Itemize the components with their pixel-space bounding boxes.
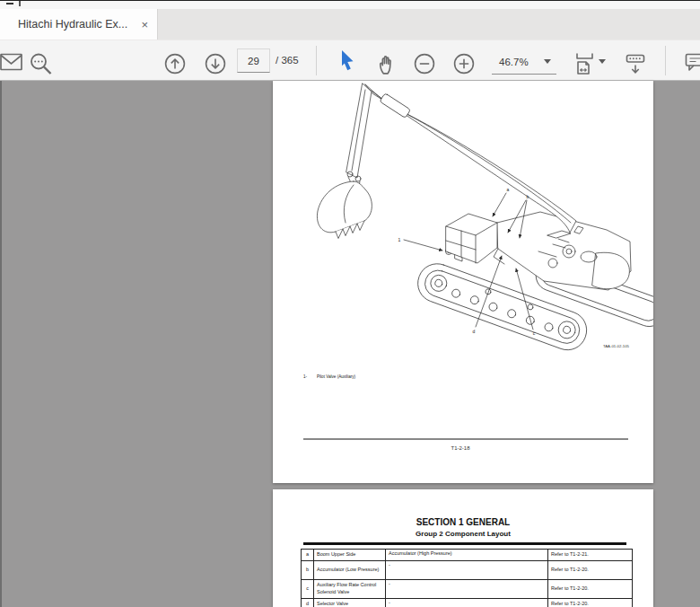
pdf-page-29: 1 a b c d TAA-01-02-105 1- Pilot Valve (…: [273, 81, 653, 483]
search-button[interactable]: [29, 52, 53, 76]
callout-a: a: [507, 187, 510, 192]
section-title: SECTION 1 GENERAL: [273, 517, 653, 527]
hand-tool-button[interactable]: [375, 52, 398, 75]
window-chrome-artifact: [19, 1, 21, 6]
excavator-component-figure: 1 a b c d TAA-01-02-105 1- Pilot Valve (…: [273, 81, 653, 483]
component-name: Boom Upper Side: [314, 550, 386, 561]
callout-b: b: [527, 194, 529, 199]
row-letter: c: [302, 580, 314, 599]
previous-page-button[interactable]: [164, 53, 186, 75]
main-toolbar: / 365 46.7%: [0, 40, 700, 81]
component-desc: Accumulator (High Pressure): [386, 550, 548, 561]
chevron-down-icon[interactable]: [599, 59, 606, 64]
zoom-level-dropdown[interactable]: 46.7%: [492, 49, 556, 75]
component-refer: Refer to T1-2-20.: [548, 599, 633, 607]
document-tab-bar: Hitachi Hydraulic Ex... ×: [0, 9, 700, 40]
group-title: Group 2 Component Layout: [273, 530, 653, 538]
page-down-icon: [205, 53, 226, 75]
email-button[interactable]: [0, 53, 23, 71]
component-refer: Refer to T1-2-20.: [548, 561, 633, 580]
document-scroll-area[interactable]: 1 a b c d TAA-01-02-105 1- Pilot Valve (…: [0, 81, 700, 607]
component-desc: -: [386, 580, 548, 599]
component-refer: Refer to T1-2-21.: [548, 550, 633, 561]
panel-edge: [0, 81, 2, 607]
zoom-in-button[interactable]: [453, 53, 475, 75]
caption-text: Pilot Valve (Auxiliary): [317, 374, 356, 379]
figure-code: TAA-01-02-105: [603, 344, 630, 348]
arm-and-bucket: [317, 84, 372, 239]
table-row: d Selector Valve - Refer to T1-2-20.: [302, 599, 633, 607]
select-tool-button[interactable]: [338, 49, 356, 74]
window-titlebar-sliver: [0, 0, 700, 9]
callout-1: 1: [398, 237, 401, 242]
page-up-icon: [164, 53, 186, 75]
toolbar-separator: [316, 46, 317, 75]
toolbar-separator: [665, 46, 666, 75]
hand-icon: [375, 52, 398, 75]
component-desc: -: [386, 599, 548, 607]
next-page-button[interactable]: [205, 53, 226, 75]
envelope-icon: [0, 53, 23, 71]
zoom-in-icon: [453, 53, 475, 75]
acrobat-window: { "window": { "tab": { "title": "Hitachi…: [0, 0, 700, 607]
caption-index: 1-: [303, 374, 308, 379]
page-count-label: / 365: [276, 55, 299, 66]
component-name: Auxiliary Flow Rate Control Solenoid Val…: [314, 580, 386, 599]
search-icon: [29, 52, 53, 76]
cab: [446, 214, 497, 263]
pdf-page-30: SECTION 1 GENERAL Group 2 Component Layo…: [273, 489, 653, 607]
row-letter: b: [302, 561, 314, 580]
table-row: b Accumulator (Low Pressure) - Refer to …: [302, 561, 633, 580]
component-name: Accumulator (Low Pressure): [314, 561, 386, 580]
scrolling-mode-icon: [624, 52, 647, 75]
window-chrome-artifact: [6, 3, 13, 4]
comment-bubble-icon: [685, 53, 700, 73]
comment-button[interactable]: [685, 53, 700, 73]
zoom-out-icon: [414, 53, 435, 75]
fit-width-icon: [572, 51, 597, 75]
tab-close-icon[interactable]: ×: [141, 19, 148, 31]
row-letter: d: [302, 599, 314, 607]
fit-width-button[interactable]: [572, 51, 597, 75]
table-row: a Boom Upper Side Accumulator (High Pres…: [302, 550, 633, 561]
page-footer-number: T1-2-18: [451, 445, 470, 451]
section-rule: [303, 542, 626, 545]
table-row: c Auxiliary Flow Rate Control Solenoid V…: [302, 580, 633, 599]
select-cursor-icon: [338, 49, 356, 74]
scrolling-mode-button[interactable]: [624, 52, 647, 75]
component-layout-table: a Boom Upper Side Accumulator (High Pres…: [301, 549, 633, 607]
page-number-input[interactable]: [237, 48, 270, 73]
boom: [365, 84, 576, 233]
zoom-level-value: 46.7%: [499, 57, 544, 67]
document-tab[interactable]: Hitachi Hydraulic Ex... ×: [0, 9, 158, 40]
component-refer: Refer to T1-2-20.: [548, 580, 633, 599]
callout-d: d: [473, 329, 476, 334]
row-letter: a: [302, 550, 314, 561]
document-tab-title: Hitachi Hydraulic Ex...: [0, 18, 136, 31]
zoom-out-button[interactable]: [414, 53, 435, 75]
component-desc: -: [386, 561, 548, 580]
component-name: Selector Valve: [314, 599, 386, 607]
chevron-down-icon: [544, 59, 551, 64]
